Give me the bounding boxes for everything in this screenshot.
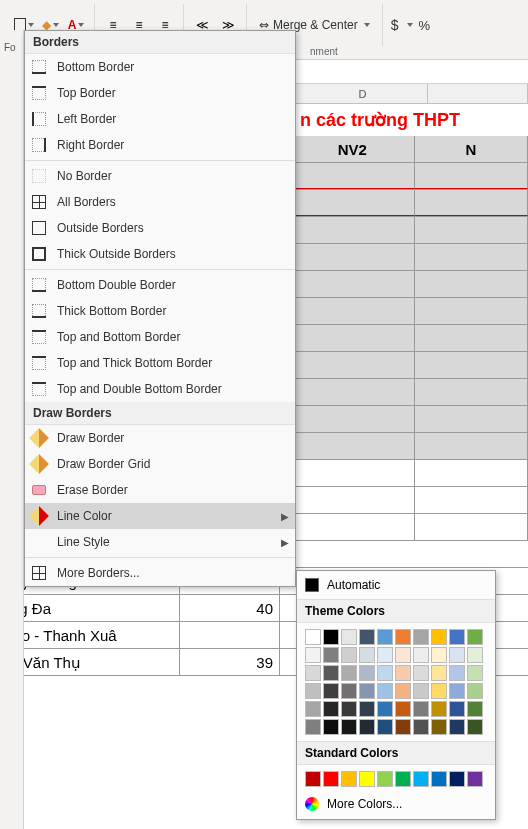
color-swatch[interactable] <box>323 701 339 717</box>
cell[interactable] <box>290 190 415 216</box>
cell[interactable] <box>415 163 528 189</box>
cell[interactable] <box>415 271 528 297</box>
color-swatch[interactable] <box>359 683 375 699</box>
color-swatch[interactable] <box>467 771 483 787</box>
color-swatch[interactable] <box>341 629 357 645</box>
cell-nv3-header[interactable]: N <box>415 136 528 162</box>
color-swatch[interactable] <box>305 647 321 663</box>
color-swatch[interactable] <box>467 683 483 699</box>
cell[interactable] <box>415 190 528 216</box>
cell[interactable] <box>415 244 528 270</box>
color-swatch[interactable] <box>359 665 375 681</box>
color-swatch[interactable] <box>449 683 465 699</box>
color-swatch[interactable] <box>449 719 465 735</box>
color-swatch[interactable] <box>467 629 483 645</box>
color-swatch[interactable] <box>395 629 411 645</box>
color-swatch[interactable] <box>359 629 375 645</box>
cell[interactable] <box>290 433 415 459</box>
color-swatch[interactable] <box>377 647 393 663</box>
cell[interactable] <box>290 325 415 351</box>
top-border-item[interactable]: Top Border <box>25 80 295 106</box>
cell[interactable] <box>290 487 415 513</box>
color-swatch[interactable] <box>449 771 465 787</box>
color-swatch[interactable] <box>449 701 465 717</box>
right-border-item[interactable]: Right Border <box>25 132 295 158</box>
draw-border-item[interactable]: Draw Border <box>25 425 295 451</box>
color-swatch[interactable] <box>467 665 483 681</box>
automatic-color-item[interactable]: Automatic <box>297 571 495 599</box>
cell[interactable] <box>415 325 528 351</box>
color-swatch[interactable] <box>323 719 339 735</box>
bottom-double-border-item[interactable]: Bottom Double Border <box>25 272 295 298</box>
cell[interactable] <box>290 298 415 324</box>
color-swatch[interactable] <box>431 647 447 663</box>
color-swatch[interactable] <box>395 771 411 787</box>
cell[interactable] <box>415 514 528 540</box>
color-swatch[interactable] <box>305 683 321 699</box>
color-swatch[interactable] <box>341 701 357 717</box>
color-swatch[interactable] <box>323 629 339 645</box>
color-swatch[interactable] <box>323 771 339 787</box>
color-swatch[interactable] <box>395 719 411 735</box>
percent-button[interactable]: % <box>419 18 431 33</box>
top-thick-bottom-border-item[interactable]: Top and Thick Bottom Border <box>25 350 295 376</box>
cell[interactable] <box>290 460 415 486</box>
cell[interactable] <box>415 352 528 378</box>
color-swatch[interactable] <box>395 647 411 663</box>
color-swatch[interactable] <box>395 701 411 717</box>
left-border-item[interactable]: Left Border <box>25 106 295 132</box>
color-swatch[interactable] <box>449 647 465 663</box>
col-header-d[interactable]: D <box>298 84 428 103</box>
cell[interactable] <box>415 298 528 324</box>
thick-bottom-border-item[interactable]: Thick Bottom Border <box>25 298 295 324</box>
color-swatch[interactable] <box>305 701 321 717</box>
color-swatch[interactable] <box>467 719 483 735</box>
cell[interactable] <box>415 217 528 243</box>
color-swatch[interactable] <box>413 719 429 735</box>
cell[interactable] <box>180 622 280 648</box>
color-swatch[interactable] <box>359 701 375 717</box>
color-swatch[interactable] <box>341 647 357 663</box>
line-style-item[interactable]: Line Style▶ <box>25 529 295 555</box>
color-swatch[interactable] <box>377 665 393 681</box>
cell[interactable] <box>290 217 415 243</box>
currency-button[interactable]: $ <box>391 17 399 33</box>
draw-border-grid-item[interactable]: Draw Border Grid <box>25 451 295 477</box>
thick-outside-borders-item[interactable]: Thick Outside Borders <box>25 241 295 267</box>
color-swatch[interactable] <box>449 665 465 681</box>
color-swatch[interactable] <box>449 629 465 645</box>
cell[interactable] <box>415 433 528 459</box>
cell[interactable] <box>290 514 415 540</box>
color-swatch[interactable] <box>413 683 429 699</box>
color-swatch[interactable] <box>323 665 339 681</box>
color-swatch[interactable] <box>377 771 393 787</box>
color-swatch[interactable] <box>431 683 447 699</box>
cell[interactable] <box>415 460 528 486</box>
color-swatch[interactable] <box>377 683 393 699</box>
erase-border-item[interactable]: Erase Border <box>25 477 295 503</box>
color-swatch[interactable] <box>431 701 447 717</box>
cell[interactable] <box>415 487 528 513</box>
no-border-item[interactable]: No Border <box>25 163 295 189</box>
color-swatch[interactable] <box>413 665 429 681</box>
cell[interactable] <box>290 271 415 297</box>
all-borders-item[interactable]: All Borders <box>25 189 295 215</box>
cell-nv2-header[interactable]: NV2 <box>290 136 415 162</box>
cell[interactable] <box>290 244 415 270</box>
color-swatch[interactable] <box>467 701 483 717</box>
cell[interactable] <box>415 406 528 432</box>
color-swatch[interactable] <box>431 719 447 735</box>
color-swatch[interactable] <box>413 629 429 645</box>
cell[interactable] <box>290 406 415 432</box>
color-swatch[interactable] <box>431 665 447 681</box>
color-swatch[interactable] <box>395 665 411 681</box>
cell[interactable] <box>290 352 415 378</box>
line-color-item[interactable]: Line Color▶ <box>25 503 295 529</box>
color-swatch[interactable] <box>359 771 375 787</box>
color-swatch[interactable] <box>341 683 357 699</box>
more-colors-item[interactable]: More Colors... <box>297 793 495 815</box>
cell[interactable]: 39 <box>180 649 280 675</box>
color-swatch[interactable] <box>359 647 375 663</box>
more-borders-item[interactable]: More Borders... <box>25 560 295 586</box>
bottom-border-item[interactable]: Bottom Border <box>25 54 295 80</box>
